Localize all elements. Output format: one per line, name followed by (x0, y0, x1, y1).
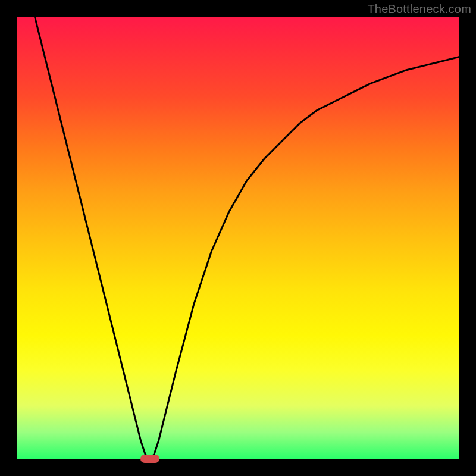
watermark-text: TheBottleneck.com (367, 2, 471, 16)
optimal-marker (140, 455, 159, 463)
curve-svg (17, 17, 459, 459)
plot-area (17, 17, 459, 459)
chart-container: TheBottleneck.com (0, 0, 476, 476)
bottleneck-curve (35, 17, 459, 459)
